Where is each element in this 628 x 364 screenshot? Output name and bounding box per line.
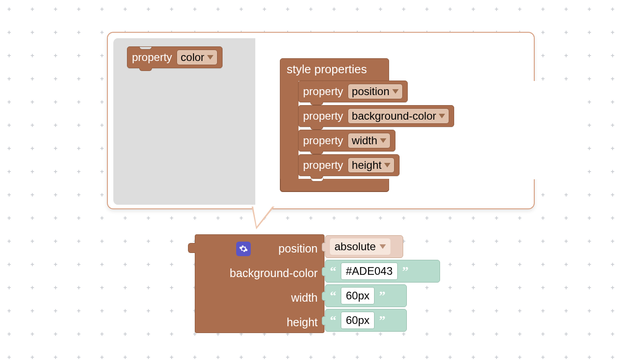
property-keyword: property	[303, 159, 343, 172]
mutator-balloon: property color style properties property…	[107, 32, 535, 209]
row-label-position: position	[279, 242, 318, 255]
close-quote-icon: ”	[402, 264, 409, 278]
container-foot	[280, 179, 389, 192]
value-block-background-color[interactable]: “ #ADE043 ”	[325, 260, 440, 283]
property-dropdown[interactable]: background-color	[348, 108, 449, 124]
block-notch	[310, 154, 323, 157]
value-block-height[interactable]: “ 60px ”	[325, 309, 407, 332]
dropdown-value: width	[352, 134, 377, 147]
property-dropdown[interactable]: width	[348, 133, 390, 148]
palette-property-block[interactable]: property color	[127, 46, 223, 68]
row-label-background-color: background-color	[230, 267, 318, 280]
close-quote-icon: ”	[379, 288, 385, 303]
dropdown-value: color	[181, 51, 204, 64]
mutator-gear-button[interactable]	[236, 242, 251, 256]
block-notch	[310, 81, 323, 84]
balloon-tail	[252, 207, 274, 229]
position-dropdown[interactable]: absolute	[330, 238, 390, 255]
property-block-position[interactable]: property position	[298, 81, 408, 102]
row-label-width: width	[291, 291, 318, 304]
text-value[interactable]: 60px	[341, 287, 375, 304]
property-keyword: property	[303, 134, 343, 147]
block-connector	[322, 267, 325, 276]
value-block-position[interactable]: absolute	[325, 235, 403, 258]
block-notch	[139, 46, 152, 50]
text-value[interactable]: 60px	[341, 312, 375, 329]
gear-icon	[239, 244, 248, 253]
property-keyword: property	[303, 110, 343, 122]
chevron-down-icon	[380, 138, 386, 143]
row-label-height: height	[287, 316, 318, 329]
container-title: style properties	[280, 59, 389, 80]
dropdown-value: height	[352, 159, 381, 172]
property-keyword: property	[303, 85, 343, 98]
block-notch	[310, 130, 323, 133]
container-title-text: style properties	[287, 62, 367, 76]
open-quote-icon: “	[330, 313, 336, 328]
block-connector	[322, 316, 325, 325]
block-connector	[322, 243, 325, 252]
property-block-background-color[interactable]: property background-color	[298, 105, 454, 127]
block-notch	[310, 102, 323, 105]
chevron-down-icon	[384, 163, 390, 167]
chevron-down-icon	[392, 89, 399, 94]
text-value[interactable]: #ADE043	[341, 263, 398, 280]
style-block[interactable]: position background-color width height	[195, 234, 324, 333]
block-notch	[311, 178, 324, 182]
block-notch	[310, 176, 323, 179]
value-block-width[interactable]: “ 60px ”	[325, 284, 407, 307]
property-keyword: property	[132, 51, 172, 64]
block-notch	[310, 105, 323, 108]
close-quote-icon: ”	[379, 313, 385, 328]
chevron-down-icon	[439, 114, 445, 118]
open-quote-icon: “	[330, 264, 336, 278]
block-notch	[139, 68, 152, 71]
property-dropdown[interactable]: color	[177, 50, 218, 65]
block-connector	[188, 243, 195, 253]
chevron-down-icon	[380, 244, 386, 249]
chevron-down-icon	[207, 55, 213, 60]
dropdown-value: position	[352, 85, 390, 98]
dropdown-value: background-color	[352, 110, 436, 122]
block-notch	[310, 151, 323, 154]
property-dropdown[interactable]: position	[348, 84, 403, 99]
property-block-height[interactable]: property height	[298, 154, 400, 176]
block-connector	[322, 292, 325, 301]
property-dropdown[interactable]: height	[348, 157, 395, 173]
block-notch	[310, 126, 323, 130]
open-quote-icon: “	[330, 288, 336, 303]
dropdown-value: absolute	[334, 240, 376, 253]
property-block-width[interactable]: property width	[298, 130, 395, 152]
